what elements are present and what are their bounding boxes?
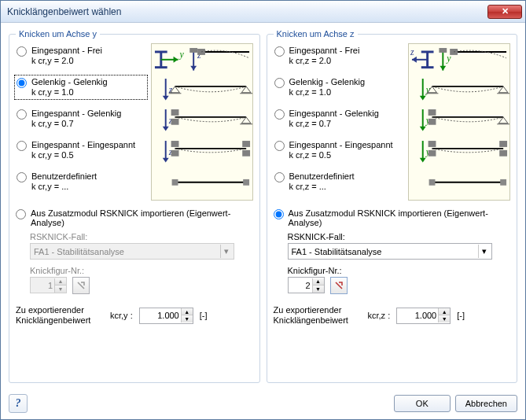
radio-input-z-2[interactable] [274,109,285,120]
footer: ? OK Abbrechen [1,388,525,419]
radio-y-0[interactable]: Eingespannt - Frei k cr,y = 2.0 [16,45,146,67]
radio-y-4[interactable]: Benutzerdefiniert k cr,y = ... [16,171,146,193]
diagram-panel-z: z y [408,43,510,201]
svg-marker-58 [420,127,426,131]
dialog-window: Knicklängenbeiwert wählen ✕ Knicken um A… [0,0,526,420]
radio-label-y-3: Eingespannt - Eingespannt k cr,y = 0.5 [31,140,135,160]
radio-input-y-1[interactable] [17,78,27,88]
spin-down-icon[interactable]: ▼ [439,315,450,322]
radio-list-z: Eingespannt - Frei k cr,z = 2.0 Gelenkig… [274,43,404,201]
export-input-y[interactable] [140,311,181,320]
import-block-z: RSKNICK-Fall: FA1 - Stabilitätsanalyse ▾… [288,232,511,294]
upper-y: Eingespannt - Frei k cr,y = 2.0 Gelenkig… [16,43,253,201]
svg-rect-75 [500,179,506,186]
radio-input-y-3[interactable] [17,141,27,151]
close-button[interactable]: ✕ [487,5,522,19]
chevron-down-icon[interactable]: ▾ [478,245,490,258]
spin-up-icon[interactable]: ▲ [439,308,450,315]
svg-marker-41 [412,57,417,63]
export-row-z: Zu exportierender Knicklängenbeiwert kcr… [274,305,511,326]
diagram-y-3: z [152,138,252,169]
diagram-z-1: y [409,76,509,107]
import-radio-label-y: Aus Zusatzmodul RSKNICK importieren (Eig… [31,208,253,227]
pick-mode-button-z[interactable] [330,277,348,294]
export-label-z: Zu exportierender Knicklängenbeiwert [274,305,362,326]
diagram-y-2: z [152,106,252,138]
import-block-y: RSKNICK-Fall: FA1 - Stabilitätsanalyse ▾… [30,232,253,294]
spin-down-icon: ▼ [55,286,66,293]
spin-up-icon[interactable]: ▲ [182,308,193,315]
axis-label-y1: y [178,49,184,60]
radio-input-z-1[interactable] [274,78,285,88]
svg-marker-27 [162,157,168,162]
mode-spinner-z[interactable]: ▲▼ [288,277,325,293]
svg-rect-36 [243,179,249,186]
radio-label-y-4: Benutzerdefiniert k cr,y = ... [31,171,97,192]
titlebar: Knicklängenbeiwert wählen ✕ [1,1,525,23]
svg-text:z: z [410,46,414,57]
import-radio-input-y[interactable] [16,209,26,219]
radio-z-0[interactable]: Eingespannt - Frei k cr,z = 2.0 [274,45,404,67]
export-row-y: Zu exportierender Knicklängenbeiwert kcr… [16,305,253,326]
radio-input-z-4[interactable] [274,172,285,182]
case-label-y: RSKNICK-Fall: [30,232,253,241]
diagram-y-axis: y z [152,44,252,76]
help-icon: ? [16,397,21,410]
radio-z-3[interactable]: Eingespannt - Eingespannt k cr,z = 0.5 [274,139,404,161]
group-legend-y: Knicken um Achse y [16,29,100,39]
export-input-z[interactable] [397,311,438,320]
svg-rect-74 [429,179,436,186]
export-label-y: Zu exportierender Knicklängenbeiwert [16,305,104,326]
diagram-z-3: y [409,138,509,169]
export-spinner-y[interactable]: ▲▼ [139,308,193,324]
spin-up-icon: ▲ [55,278,66,286]
pick-icon [333,280,344,291]
radio-z-1[interactable]: Gelenkig - Gelenkig k cr,z = 1.0 [274,76,404,98]
chevron-down-icon: ▾ [220,245,232,258]
radio-input-y-0[interactable] [17,46,27,57]
radio-y-1[interactable]: Gelenkig - Gelenkig k cr,y = 1.0 [16,76,146,98]
mode-label-y: Knickfigur-Nr.: [30,266,253,275]
radio-y-2[interactable]: Eingespannt - Gelenkig k cr,y = 0.7 [16,108,146,130]
radio-input-y-2[interactable] [17,109,27,120]
diagram-panel-y: y z [151,43,253,201]
spin-down-icon[interactable]: ▼ [313,286,324,293]
close-icon: ✕ [502,7,509,16]
import-radio-input-z[interactable] [274,209,284,219]
mode-input-y [31,281,54,290]
case-label-z: RSKNICK-Fall: [288,232,511,241]
pick-mode-button-y [72,277,90,294]
radio-y-3[interactable]: Eingespannt - Eingespannt k cr,y = 0.5 [16,139,146,161]
cancel-button[interactable]: Abbrechen [455,395,517,412]
svg-marker-19 [162,127,168,131]
diagram-z-axis: z y [409,44,509,76]
case-dropdown-z[interactable]: FA1 - Stabilitätsanalyse ▾ [288,243,492,260]
group-legend-z: Knicken um Achse z [274,29,358,39]
import-radio-y[interactable]: Aus Zusatzmodul RSKNICK importieren (Eig… [16,208,253,227]
import-radio-z[interactable]: Aus Zusatzmodul RSKNICK importieren (Eig… [274,208,511,227]
radio-input-z-0[interactable] [274,46,285,57]
import-radio-label-z: Aus Zusatzmodul RSKNICK importieren (Eig… [289,208,511,227]
ok-button[interactable]: OK [394,395,451,412]
svg-marker-11 [162,95,168,100]
svg-marker-44 [440,66,446,71]
export-coef-y: kcr,y : [110,311,133,320]
diagram-y-4 [152,168,252,200]
svg-marker-50 [420,95,426,100]
diagram-z-4 [409,168,509,200]
group-axis-y: Knicken um Achse y Eingespannt - Frei k … [9,29,260,383]
mode-input-z[interactable] [289,281,312,290]
radio-input-z-3[interactable] [274,141,285,151]
radio-z-4[interactable]: Benutzerdefiniert k cr,z = ... [274,171,404,193]
help-button[interactable]: ? [9,394,28,413]
radio-input-y-4[interactable] [17,172,27,182]
svg-marker-66 [420,157,426,162]
export-unit-y: [-] [200,311,208,320]
spin-up-icon[interactable]: ▲ [313,278,324,286]
spin-down-icon[interactable]: ▼ [182,315,193,322]
case-dropdown-y: FA1 - Stabilitätsanalyse ▾ [30,243,234,260]
export-spinner-z[interactable]: ▲▼ [396,308,451,324]
svg-marker-4 [173,57,178,63]
radio-z-2[interactable]: Eingespannt - Gelenkig k cr,z = 0.7 [274,108,404,130]
mode-spinner-y: ▲▼ [30,277,67,293]
